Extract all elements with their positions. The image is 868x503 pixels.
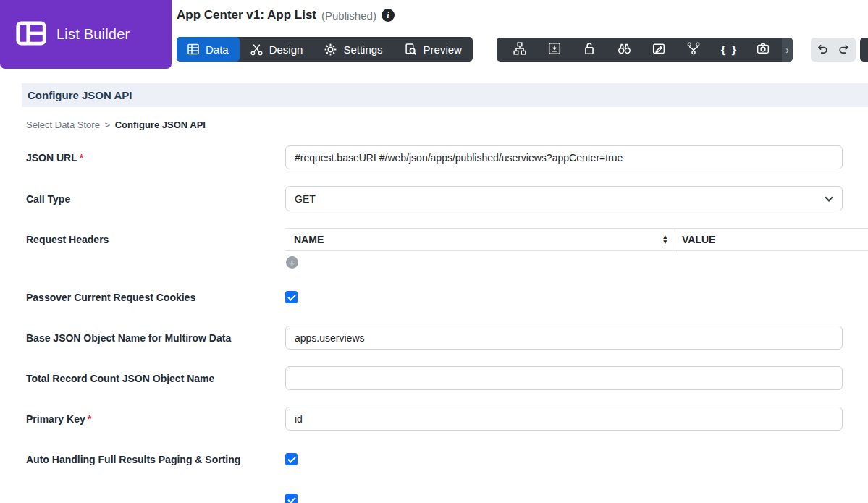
form-row-passover-cookies: Passover Current Request Cookies <box>22 285 868 309</box>
chevron-down-icon <box>825 193 833 201</box>
sitemap-icon <box>513 42 526 58</box>
total-record-count-input[interactable] <box>285 366 843 390</box>
passover-cookies-label: Passover Current Request Cookies <box>22 292 285 303</box>
screenshot-button[interactable] <box>746 38 780 62</box>
auto-handling-label: Auto Handling Full Results Paging & Sort… <box>22 454 285 465</box>
page-title: App Center v1: App List <box>177 8 316 22</box>
form-row-primary-key: Primary Key* <box>22 407 868 431</box>
tab-data[interactable]: Data <box>177 37 240 62</box>
info-icon[interactable]: i <box>382 9 395 22</box>
brand-title: List Builder <box>56 26 130 43</box>
tab-data-label: Data <box>206 43 229 56</box>
tab-preview[interactable]: Preview <box>394 37 473 62</box>
column-header-name[interactable]: NAME ▴▾ <box>285 229 673 250</box>
gear-icon <box>324 43 337 56</box>
cutoff-checkbox[interactable] <box>285 494 298 503</box>
form-row-base-json-object: Base JSON Object Name for Multirow Data <box>22 326 868 350</box>
undo-icon <box>816 42 829 58</box>
binoculars-icon <box>618 41 631 58</box>
tab-preview-label: Preview <box>424 43 462 56</box>
data-list-icon <box>187 43 199 55</box>
import-button[interactable] <box>537 38 572 62</box>
tab-design[interactable]: Design <box>240 37 314 62</box>
publish-status: (Published) <box>321 9 376 22</box>
quick-icon-toolbar: { } › <box>497 38 793 62</box>
tab-settings[interactable]: Settings <box>313 37 393 62</box>
find-usages-button[interactable] <box>607 38 641 62</box>
tab-settings-label: Settings <box>343 43 382 56</box>
primary-key-label: Primary Key* <box>22 413 285 425</box>
history-group <box>811 38 856 62</box>
breadcrumb-current: Configure JSON API <box>115 119 206 130</box>
tab-design-label: Design <box>269 43 303 56</box>
panel-header: Configure JSON API <box>22 83 868 107</box>
title-row: App Center v1: App List (Published) i <box>177 8 395 22</box>
branch-button[interactable] <box>676 38 711 62</box>
form-row-json-url: JSON URL* <box>22 145 868 169</box>
form-row-auto-handling: Auto Handling Full Results Paging & Sort… <box>22 447 868 471</box>
builder-tabbar: Data Design <box>177 37 473 62</box>
required-asterisk: * <box>88 413 91 425</box>
request-headers-table: NAME ▴▾ VALUE + <box>285 228 868 269</box>
add-row-icon[interactable]: + <box>286 256 298 269</box>
sitemap-button[interactable] <box>502 38 537 62</box>
auto-handling-checkbox[interactable] <box>285 453 298 465</box>
total-record-count-label: Total Record Count JSON Object Name <box>22 373 285 384</box>
cutoff-toolbar-button[interactable] <box>860 38 868 62</box>
preview-magnifier-icon <box>405 43 417 56</box>
list-builder-logo-icon <box>16 21 46 48</box>
form-row-call-type: Call Type GET <box>22 186 868 211</box>
passover-cookies-checkbox[interactable] <box>285 291 298 303</box>
call-type-selected-value: GET <box>295 193 316 205</box>
base-json-object-label: Base JSON Object Name for Multirow Data <box>22 332 285 344</box>
column-header-value: VALUE <box>673 229 868 250</box>
edit-properties-button[interactable] <box>641 38 676 62</box>
breadcrumb-separator: > <box>105 119 111 130</box>
add-header-row: + <box>285 251 868 269</box>
camera-icon <box>757 42 770 58</box>
primary-key-input[interactable] <box>285 407 843 431</box>
request-headers-table-head: NAME ▴▾ VALUE <box>285 228 868 251</box>
sort-icon: ▴▾ <box>663 234 667 245</box>
form-row-request-headers: Request Headers NAME ▴▾ VALUE + <box>22 228 868 269</box>
redo-icon <box>838 42 851 58</box>
edit-box-icon <box>652 42 665 58</box>
form-row-cutoff <box>22 488 868 503</box>
json-url-input[interactable] <box>285 145 843 169</box>
git-branch-icon <box>687 42 700 58</box>
toolbar-scroll-right[interactable]: › <box>782 38 793 62</box>
json-definition-button[interactable]: { } <box>711 38 746 62</box>
breadcrumb: Select Data Store > Configure JSON API <box>26 119 868 130</box>
permission-button[interactable] <box>572 38 607 62</box>
open-lock-icon <box>583 42 596 58</box>
top-bar: List Builder App Center v1: App List (Pu… <box>0 0 868 69</box>
required-asterisk: * <box>80 152 83 164</box>
configure-json-api-panel: Configure JSON API Select Data Store > C… <box>22 83 868 503</box>
panel-title: Configure JSON API <box>28 89 132 101</box>
json-url-label: JSON URL* <box>22 152 285 164</box>
call-type-select[interactable]: GET <box>285 186 843 211</box>
call-type-label: Call Type <box>22 193 285 205</box>
import-box-icon <box>548 42 561 58</box>
form-row-total-record-count: Total Record Count JSON Object Name <box>22 366 868 390</box>
design-scissors-icon <box>250 43 263 56</box>
base-json-object-input[interactable] <box>285 326 843 350</box>
undo-button[interactable] <box>814 41 830 59</box>
request-headers-label: Request Headers <box>22 228 285 245</box>
brand-block: List Builder <box>0 0 172 69</box>
redo-button[interactable] <box>836 41 852 59</box>
braces-icon: { } <box>720 44 736 56</box>
breadcrumb-select-data-store[interactable]: Select Data Store <box>26 119 100 130</box>
